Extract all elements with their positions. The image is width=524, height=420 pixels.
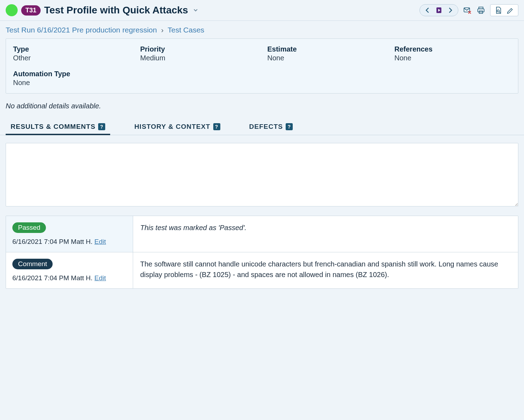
svg-rect-3 [478, 9, 484, 12]
meta-automation: Automation Type None [13, 70, 511, 87]
meta-automation-label: Automation Type [13, 70, 511, 78]
result-meta-cell: Passed6/16/2021 7:04 PM Matt H. Edit [6, 216, 133, 252]
tab-results[interactable]: RESULTS & COMMENTS ? [6, 119, 110, 135]
nav-pill [419, 4, 458, 16]
status-indicator [6, 4, 18, 16]
breadcrumb-cases-link[interactable]: Test Cases [168, 26, 204, 34]
tab-defects[interactable]: DEFECTS ? [244, 119, 298, 135]
tabs: RESULTS & COMMENTS ? HISTORY & CONTEXT ?… [0, 119, 524, 135]
results-list: Passed6/16/2021 7:04 PM Matt H. EditThis… [6, 216, 518, 289]
header-actions [419, 4, 518, 16]
tab-results-label: RESULTS & COMMENTS [11, 123, 95, 131]
status-pill: Passed [12, 222, 46, 233]
meta-type: Type Other [13, 45, 130, 62]
email-delete-icon[interactable] [463, 6, 472, 14]
meta-type-value: Other [13, 54, 130, 62]
meta-references-value: None [394, 54, 511, 62]
doc-edit-group [490, 4, 518, 16]
help-icon[interactable]: ? [98, 123, 105, 130]
title-dropdown-icon[interactable] [193, 8, 198, 13]
help-icon[interactable]: ? [213, 123, 220, 130]
page-header: T31 Test Profile with Quick Attacks [0, 0, 524, 21]
next-button[interactable] [446, 6, 454, 14]
result-timestamp-author: 6/16/2021 7:04 PM Matt H. Edit [12, 238, 126, 246]
comment-area-wrap [0, 135, 524, 216]
result-timestamp-author: 6/16/2021 7:04 PM Matt H. Edit [12, 274, 126, 282]
edit-link[interactable]: Edit [94, 274, 106, 282]
result-row: Comment6/16/2021 7:04 PM Matt H. EditThe… [6, 252, 518, 288]
page-title: Test Profile with Quick Attacks [44, 5, 188, 16]
breadcrumb-run-link[interactable]: Test Run 6/16/2021 Pre production regres… [6, 26, 157, 34]
meta-estimate-label: Estimate [267, 45, 384, 53]
status-pill: Comment [12, 259, 53, 269]
header-left: T31 Test Profile with Quick Attacks [6, 4, 198, 16]
meta-priority-value: Medium [140, 54, 257, 62]
meta-references: References None [394, 45, 511, 62]
tab-history-label: HISTORY & CONTEXT [134, 123, 210, 131]
result-body: The software still cannot handle unicode… [133, 252, 518, 288]
result-body: This test was marked as 'Passed'. [133, 216, 518, 252]
doc-search-icon[interactable] [494, 6, 502, 14]
result-timestamp: 6/16/2021 7:04 PM Matt H. [12, 274, 94, 282]
meta-box: Type Other Priority Medium Estimate None… [6, 38, 518, 94]
meta-estimate-value: None [267, 54, 384, 62]
prev-button[interactable] [423, 6, 432, 14]
tab-defects-label: DEFECTS [249, 123, 283, 131]
meta-references-label: References [394, 45, 511, 53]
tab-history[interactable]: HISTORY & CONTEXT ? [129, 119, 225, 135]
meta-priority: Priority Medium [140, 45, 257, 62]
meta-automation-value: None [13, 79, 511, 87]
edit-link[interactable]: Edit [94, 238, 106, 245]
meta-priority-label: Priority [140, 45, 257, 53]
svg-point-5 [497, 10, 499, 12]
print-icon[interactable] [477, 6, 485, 14]
no-details-text: No additional details available. [0, 98, 524, 119]
meta-type-label: Type [13, 45, 130, 53]
help-icon[interactable]: ? [286, 123, 293, 130]
breadcrumb-sep: › [159, 26, 166, 34]
result-meta-cell: Comment6/16/2021 7:04 PM Matt H. Edit [6, 252, 133, 288]
edit-icon[interactable] [506, 6, 514, 14]
meta-estimate: Estimate None [267, 45, 384, 62]
slideshow-button[interactable] [435, 6, 443, 14]
result-row: Passed6/16/2021 7:04 PM Matt H. EditThis… [6, 216, 518, 252]
result-timestamp: 6/16/2021 7:04 PM Matt H. [12, 238, 94, 245]
comment-input[interactable] [6, 143, 518, 206]
test-id-badge: T31 [21, 5, 41, 16]
breadcrumb: Test Run 6/16/2021 Pre production regres… [0, 21, 524, 38]
